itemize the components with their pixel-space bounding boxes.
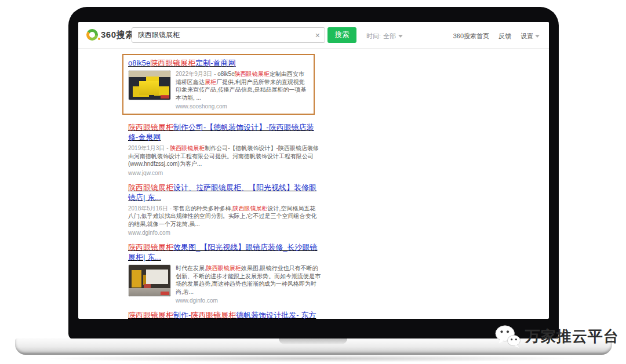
result-url: www.dginfo.com [176, 297, 321, 304]
search-header: 360搜索 × 搜索 时间: 全部 360搜索首页 反馈 设置 [78, 22, 549, 49]
result-title-link[interactable]: 陕西眼镜展柜制作公司-【德帆装饰设计】-陕西眼镜店装修-金泉网 [128, 122, 321, 142]
laptop-base-notch [279, 338, 347, 344]
result-body: 2019年1月3日 - 陕西眼镜展柜制作公司-【德帆装饰设计】-陕西眼镜店装修由… [128, 144, 321, 176]
360-search-logo[interactable]: 360搜索 [86, 29, 134, 41]
time-filter-dropdown[interactable]: 时间: 全部 [366, 32, 403, 41]
result-body: 2018年5月16日 - 零售店的种类多种多样,陕西眼镜展柜设计,空间格局五花八… [128, 205, 321, 236]
logo-text: 360搜索 [101, 30, 134, 41]
nav-home-link[interactable]: 360搜索首页 [453, 32, 489, 41]
nav-settings-link[interactable]: 设置 [521, 32, 540, 41]
result-snippet: 2022年9月3日 - o8ik5e陕西眼镜展柜定制由西安市灞桥区鑫达展柜厂提供… [176, 70, 309, 101]
screen-content: 360搜索 × 搜索 时间: 全部 360搜索首页 反馈 设置 [78, 22, 549, 319]
clear-icon[interactable]: × [315, 31, 320, 39]
nav-feedback-link[interactable]: 反馈 [498, 32, 511, 41]
wechat-icon [494, 324, 521, 348]
result-title-link[interactable]: o8ik5e陕西眼镜展柜定制-首商网 [128, 58, 309, 68]
chevron-down-icon [398, 35, 403, 38]
watermark: 万家推云平台 [494, 324, 619, 348]
result-url: www.jqw.com [128, 170, 321, 176]
search-box[interactable]: × [132, 27, 325, 43]
result-thumbnail-showroom-image[interactable] [128, 70, 171, 100]
result-snippet: 时代在发展,陕西眼镜展柜效果图,眼镜行业也只有不断的创新、不断的进步才能跟上发展… [176, 264, 321, 296]
results-area: o8ik5e陕西眼镜展柜定制-首商网2022年9月3日 - o8ik5e陕西眼镜… [78, 49, 549, 319]
result-title-link[interactable]: 陕西眼镜展柜设计、拉萨眼镜展柜、【阳光视线】装修眼镜店| 东... [128, 183, 321, 202]
time-filter-value: 全部 [383, 32, 396, 41]
result-url: www.dginfo.com [128, 230, 321, 236]
search-input[interactable] [137, 31, 315, 40]
watermark-brand-text: 万家推云平台 [525, 326, 619, 347]
search-result: 陕西眼镜展柜效果图_【阳光视线】眼镜店装修_长沙眼镜展柜| 东...时代在发展,… [128, 242, 321, 304]
search-result: 陕西眼镜展柜制作公司-【德帆装饰设计】-陕西眼镜店装修-金泉网2019年1月3日… [128, 122, 321, 176]
search-result: 陕西眼镜展柜制作-陕西眼镜展柜德帆装饰设计批发- 东方供应商2019年1月4日 … [128, 310, 321, 319]
result-snippet: 2018年5月16日 - 零售店的种类多种多样,陕西眼镜展柜设计,空间格局五花八… [128, 205, 321, 228]
result-title-link[interactable]: 陕西眼镜展柜制作-陕西眼镜展柜德帆装饰设计批发- 东方供应商 [128, 310, 321, 319]
header-nav: 360搜索首页 反馈 设置 [453, 32, 540, 41]
360-logo-icon [86, 29, 98, 41]
time-filter-label: 时间: [366, 32, 381, 41]
search-result: 陕西眼镜展柜设计、拉萨眼镜展柜、【阳光视线】装修眼镜店| 东...2018年5月… [128, 183, 321, 236]
laptop-shadow [41, 355, 585, 362]
result-body: 2022年9月3日 - o8ik5e陕西眼镜展柜定制由西安市灞桥区鑫达展柜厂提供… [128, 70, 309, 110]
result-snippet: 2019年1月3日 - 陕西眼镜展柜制作公司-【德帆装饰设计】-陕西眼镜店装修由… [128, 144, 321, 168]
result-title-link[interactable]: 陕西眼镜展柜效果图_【阳光视线】眼镜店装修_长沙眼镜展柜| 东... [128, 242, 321, 262]
search-button[interactable]: 搜索 [327, 27, 356, 43]
page: 360搜索 × 搜索 时间: 全部 360搜索首页 反馈 设置 [0, 0, 626, 364]
result-thumbnail-store-image[interactable] [128, 264, 171, 297]
result-url: www.sooshong.com [176, 103, 309, 110]
result-body: 时代在发展,陕西眼镜展柜效果图,眼镜行业也只有不断的创新、不断的进步才能跟上发展… [128, 264, 321, 304]
laptop-screen-bezel: 360搜索 × 搜索 时间: 全部 360搜索首页 反馈 设置 [68, 7, 559, 340]
search-result-highlighted: o8ik5e陕西眼镜展柜定制-首商网2022年9月3日 - o8ik5e陕西眼镜… [122, 54, 315, 115]
chevron-down-icon [535, 35, 540, 38]
search-results: o8ik5e陕西眼镜展柜定制-首商网2022年9月3日 - o8ik5e陕西眼镜… [128, 54, 549, 319]
